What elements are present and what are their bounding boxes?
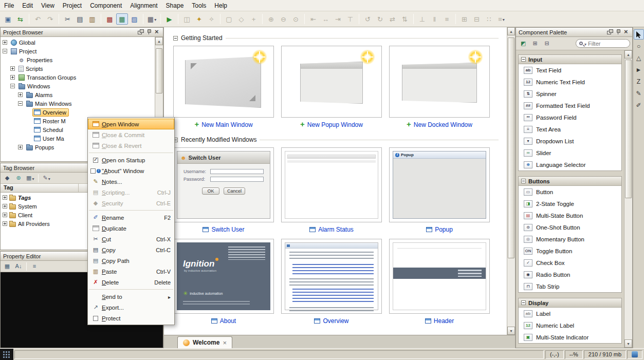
context-protect[interactable]: Protect	[88, 313, 174, 324]
scroll-up-button[interactable]	[624, 50, 632, 59]
popup-link[interactable]: Popup	[389, 225, 490, 234]
switch-user-link[interactable]: Switch User	[173, 225, 274, 234]
filter-properties-icon[interactable]: ≡	[29, 262, 40, 271]
palette-group-header-display[interactable]: Display	[519, 298, 621, 308]
pin-icon[interactable]	[615, 29, 621, 35]
palette-item-check-box[interactable]: ✓Check Box	[519, 257, 621, 269]
tree-node-transaction-groups[interactable]: Transaction Groups	[1, 73, 155, 82]
menu-component[interactable]: Component	[86, 0, 126, 11]
palette-item-radio-button[interactable]: ◉Radio Button	[519, 269, 621, 280]
menu-view[interactable]: View	[37, 0, 59, 11]
memory-usage[interactable]: 210 / 910 mb	[584, 350, 626, 359]
update-project-button[interactable]: ⇆	[14, 13, 26, 25]
palette-item-slider[interactable]: ═Slider	[519, 147, 621, 159]
section-collapse-icon[interactable]	[173, 36, 178, 41]
tree-expander-icon[interactable]	[3, 204, 7, 209]
about-link[interactable]: About	[173, 317, 274, 325]
scroll-up-button[interactable]	[507, 27, 515, 35]
palette-item-text-area[interactable]: ≡Text Area	[519, 123, 621, 135]
close-icon[interactable]	[154, 29, 160, 35]
categorized-view-icon[interactable]: ▦	[2, 262, 12, 271]
pin-icon[interactable]	[145, 29, 152, 35]
scroll-down-button[interactable]	[507, 327, 515, 335]
new-main-window-thumbnail[interactable]	[173, 46, 274, 118]
menu-project[interactable]: Project	[59, 0, 86, 11]
menu-file[interactable]: File	[0, 0, 18, 11]
close-icon[interactable]	[623, 29, 630, 35]
tree-node-windows[interactable]: Windows	[1, 82, 155, 90]
palette-item-password-field[interactable]: **Password Field	[519, 111, 621, 123]
group-collapse-icon[interactable]	[521, 300, 526, 305]
tree-node-overview[interactable]: Overview	[1, 108, 155, 117]
tree-expander-icon[interactable]	[3, 195, 7, 200]
tree-expander-icon[interactable]	[3, 49, 7, 53]
context-paste[interactable]: ▥PasteCtrl-V	[88, 266, 174, 277]
alarm-status-link[interactable]: Alarm Status	[281, 225, 382, 234]
context-open-on-startup[interactable]: Open on Startup	[88, 155, 174, 165]
menu-edit[interactable]: Edit	[18, 0, 37, 11]
scroll-thumb[interactable]	[508, 37, 514, 258]
palette-item-multi-state-button[interactable]: ▤Multi-State Button	[519, 210, 621, 221]
database-query-button[interactable]: ▨	[128, 13, 140, 25]
new-popup-window-link[interactable]: New Popup Window	[281, 121, 382, 129]
alarm-status-thumbnail[interactable]	[281, 147, 382, 222]
scroll-down-button[interactable]	[624, 339, 632, 348]
triangle-tool[interactable]: △	[634, 53, 644, 63]
pencil-tool[interactable]: ✎	[634, 88, 644, 99]
scroll-thumb[interactable]	[156, 48, 162, 93]
menu-shape[interactable]: Shape	[162, 0, 188, 11]
memory-gc-button[interactable]	[627, 350, 642, 359]
circle-tool[interactable]: ○	[634, 41, 644, 51]
tree-expander-icon[interactable]	[3, 221, 7, 226]
tag-providers-icon[interactable]: ⊛	[13, 174, 24, 183]
popup-thumbnail[interactable]: Popup	[389, 147, 490, 222]
context-export[interactable]: ↗Export...	[88, 302, 174, 313]
header-link[interactable]: Header	[389, 317, 490, 325]
header-thumbnail[interactable]	[389, 239, 490, 314]
palette-item-button[interactable]: ▭Button	[519, 186, 621, 198]
tree-expander-icon[interactable]	[18, 92, 23, 97]
context-duplicate[interactable]: Duplicate	[88, 223, 174, 234]
window-layout-button[interactable]: ▦	[146, 13, 158, 25]
pointer-tool[interactable]	[634, 29, 644, 40]
new-docked-window-link[interactable]: New Docked Window	[389, 121, 490, 129]
group-collapse-icon[interactable]	[521, 57, 526, 62]
palette-item-language-selector[interactable]: ⊕Language Selector	[519, 159, 621, 170]
tree-expander-icon[interactable]	[10, 75, 15, 80]
context-copy-path[interactable]: ▤Copy Path	[88, 255, 174, 266]
palette-item-dropdown-list[interactable]: ▾Dropdown List	[519, 135, 621, 147]
tree-node-alarms[interactable]: Alarms	[1, 90, 155, 99]
tag-edit-icon[interactable]: ✎	[41, 174, 51, 183]
switch-user-thumbnail[interactable]: Switch User Username: Password:	[173, 147, 274, 222]
filter-input[interactable]	[588, 41, 627, 47]
palette-item-numeric-text-field[interactable]: 12Numeric Text Field	[519, 76, 621, 88]
context-copy[interactable]: ▤CopyCtrl-C	[88, 244, 174, 255]
tree-expander-icon[interactable]	[18, 101, 23, 106]
tag-column-header[interactable]: Tag	[1, 184, 79, 192]
context-delete[interactable]: ✗DeleteDelete	[88, 277, 174, 288]
scroll-thumb[interactable]	[625, 60, 632, 198]
float-icon[interactable]	[606, 29, 613, 35]
tree-node-scripts[interactable]: Scripts	[1, 64, 155, 73]
tree-expander-icon[interactable]	[3, 213, 7, 217]
overview-thumbnail[interactable]	[281, 239, 382, 314]
palette-item-text-field[interactable]: abText Field	[519, 64, 621, 76]
about-thumbnail[interactable]: Ignition by inductive automation inducti…	[173, 239, 274, 314]
tab-welcome[interactable]: Welcome	[177, 336, 232, 348]
menu-alignment[interactable]: Alignment	[126, 0, 161, 11]
palette-item-one-shot-button[interactable]: ⊙One-Shot Button	[519, 221, 621, 233]
palette-group-header-buttons[interactable]: Buttons	[519, 177, 621, 186]
palette-view-icon[interactable]: ◩	[518, 39, 528, 48]
context-cut[interactable]: ✂CutCtrl-X	[88, 234, 174, 244]
palette-item-tab-strip[interactable]: ⊓Tab Strip	[519, 280, 621, 292]
tree-expander-icon[interactable]	[10, 84, 15, 88]
snap-to-grid-button[interactable]: ▦	[116, 13, 128, 25]
palette-item-formatted-text-field[interactable]: ##Formatted Text Field	[519, 100, 621, 111]
save-button[interactable]: ▣	[2, 13, 14, 25]
sort-alphabetical-icon[interactable]: A↓	[13, 262, 24, 271]
tree-expander-icon[interactable]	[10, 66, 15, 71]
tree-node-main-windows[interactable]: Main Windows	[1, 99, 155, 108]
new-main-window-link[interactable]: New Main Window	[173, 121, 274, 129]
expand-all-icon[interactable]: ⊞	[530, 39, 540, 48]
group-collapse-icon[interactable]	[521, 179, 526, 183]
